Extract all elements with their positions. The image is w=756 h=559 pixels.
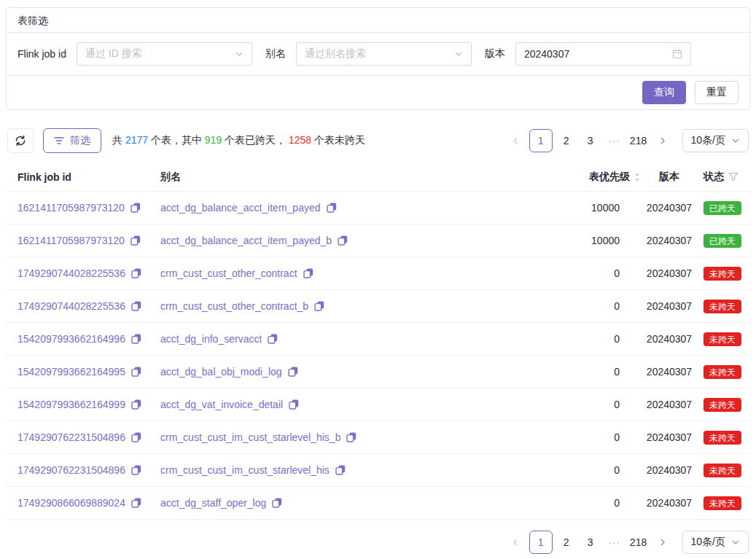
copy-icon[interactable] [131,399,141,410]
table-row: 1749290762231504896 crm_cust_cust_im_cus… [6,454,750,487]
prev-page-button[interactable] [505,531,526,554]
alias-link[interactable]: crm_cust_cust_other_contract [160,267,297,279]
flink-job-id-link[interactable]: 1749290762231504896 [17,464,125,476]
filter-lines-icon [54,136,64,145]
calendar-icon [672,49,682,59]
alias-link[interactable]: acct_dg_balance_acct_item_payed_b [160,235,332,246]
tables-table: Flink job id 别名 表优先级 版本 状态 1621411705987… [6,163,750,520]
page-button-3[interactable]: 3 [580,129,601,152]
header-status-label: 状态 [704,171,724,184]
table-row: 1621411705987973120 acct_dg_balance_acct… [6,192,750,224]
funnel-filter-icon[interactable] [728,172,739,181]
summary-mid1: 个表，其中 [148,134,205,146]
pagination-bottom: 1 2 3 ··· 218 10条/页 [505,531,749,554]
sorter-icon[interactable] [634,172,641,182]
copy-icon[interactable] [131,268,141,278]
flink-job-id-link[interactable]: 1542097993662164996 [17,333,125,345]
alias-select[interactable]: 通过别名搜索 [296,42,472,66]
copy-icon[interactable] [131,367,141,377]
copy-icon[interactable] [338,235,348,246]
status-cell: 未跨天 [698,365,739,379]
header-priority[interactable]: 表优先级 [480,171,641,184]
copy-icon[interactable] [131,432,141,442]
alias-link[interactable]: acct_dg_bal_obj_modi_log [160,366,282,378]
job-id-select[interactable]: 通过 ID 搜索 [77,42,252,66]
status-cell: 未跨天 [698,496,739,510]
refresh-button[interactable] [7,128,34,153]
status-badge: 未跨天 [704,365,741,379]
copy-icon[interactable] [314,301,324,311]
next-page-button[interactable] [652,531,673,554]
flink-job-id-link[interactable]: 1749290744028225536 [17,300,125,312]
page-button-1[interactable]: 1 [529,129,553,152]
page-size-select[interactable]: 10条/页 [682,531,749,554]
flink-job-id-link[interactable]: 1621411705987973120 [17,235,125,246]
job-id-form-item: Flink job id 通过 ID 搜索 [17,42,252,66]
alias-link[interactable]: crm_cust_cust_im_cust_starlevel_his [160,464,330,476]
table-body: 1621411705987973120 acct_dg_balance_acct… [6,192,750,520]
next-page-button[interactable] [652,129,673,152]
priority-cell: 0 [480,267,641,279]
flink-job-id-cell: 1749290762231504896 [17,464,160,476]
page-button-1[interactable]: 1 [529,531,553,554]
version-date-input[interactable]: 20240307 [515,42,691,66]
flink-job-id-cell: 1542097993662164996 [17,333,160,345]
copy-icon[interactable] [272,498,282,508]
copy-icon[interactable] [303,268,313,278]
copy-icon[interactable] [268,334,278,344]
copy-icon[interactable] [131,465,141,475]
filter-button[interactable]: 筛选 [43,128,101,153]
alias-link[interactable]: acct_dg_vat_invoice_detail [160,399,283,410]
copy-icon[interactable] [346,432,356,442]
alias-link[interactable]: crm_cust_cust_other_contract_b [160,300,308,312]
alias-link[interactable]: acct_dg_balance_acct_item_payed [160,202,321,214]
alias-cell: crm_cust_cust_im_cust_starlevel_his_b [160,431,480,443]
version-cell: 20240307 [641,497,698,509]
copy-icon[interactable] [131,334,141,344]
page-ellipsis[interactable]: ··· [604,129,625,152]
flink-job-id-link[interactable]: 1542097993662164999 [17,399,125,410]
flink-job-id-cell: 1621411705987973120 [17,235,160,246]
prev-page-button[interactable] [505,129,526,152]
table-row: 1621411705987973120 acct_dg_balance_acct… [6,224,750,257]
chevron-down-icon [454,50,463,58]
copy-icon[interactable] [327,203,337,213]
status-cell: 未跨天 [698,431,739,445]
job-id-placeholder: 通过 ID 搜索 [85,47,235,60]
filter-form: Flink job id 通过 ID 搜索 别名 通过别名搜索 版本 20240… [7,33,749,76]
flink-job-id-cell: 1542097993662164999 [17,399,160,410]
query-button[interactable]: 查询 [642,81,686,104]
flink-job-id-cell: 1749290866069889024 [17,497,160,509]
page-size-select[interactable]: 10条/页 [682,129,749,152]
alias-link[interactable]: acct_dg_info_servacct [160,333,262,345]
alias-cell: acct_dg_balance_acct_item_payed_b [160,235,480,246]
copy-icon[interactable] [335,465,346,475]
copy-icon[interactable] [131,301,141,311]
copy-icon[interactable] [130,235,141,246]
chevron-right-icon [658,538,667,547]
job-id-label: Flink job id [17,48,66,60]
copy-icon[interactable] [130,203,141,213]
flink-job-id-link[interactable]: 1749290866069889024 [17,497,125,509]
flink-job-id-link[interactable]: 1749290762231504896 [17,431,125,443]
chevron-left-icon [511,538,520,547]
version-value: 20240307 [524,48,672,60]
flink-job-id-link[interactable]: 1749290744028225536 [17,267,125,279]
page-button-last[interactable]: 218 [628,129,649,152]
page-button-2[interactable]: 2 [556,129,577,152]
page-button-3[interactable]: 3 [580,531,601,554]
reset-button[interactable]: 重置 [695,81,739,104]
summary-mid2: 个表已跨天， [222,134,289,146]
copy-icon[interactable] [288,367,298,377]
alias-link[interactable]: crm_cust_cust_im_cust_starlevel_his_b [160,431,340,443]
flink-job-id-link[interactable]: 1621411705987973120 [17,202,125,214]
copy-icon[interactable] [131,498,141,508]
page-button-last[interactable]: 218 [628,531,649,554]
filter-actions: 查询 重置 [7,76,749,109]
alias-link[interactable]: acct_dg_staff_oper_log [160,497,266,509]
flink-job-id-cell: 1621411705987973120 [17,202,160,214]
copy-icon[interactable] [289,399,299,410]
flink-job-id-link[interactable]: 1542097993662164995 [17,366,125,378]
page-button-2[interactable]: 2 [556,531,577,554]
page-ellipsis[interactable]: ··· [604,531,625,554]
